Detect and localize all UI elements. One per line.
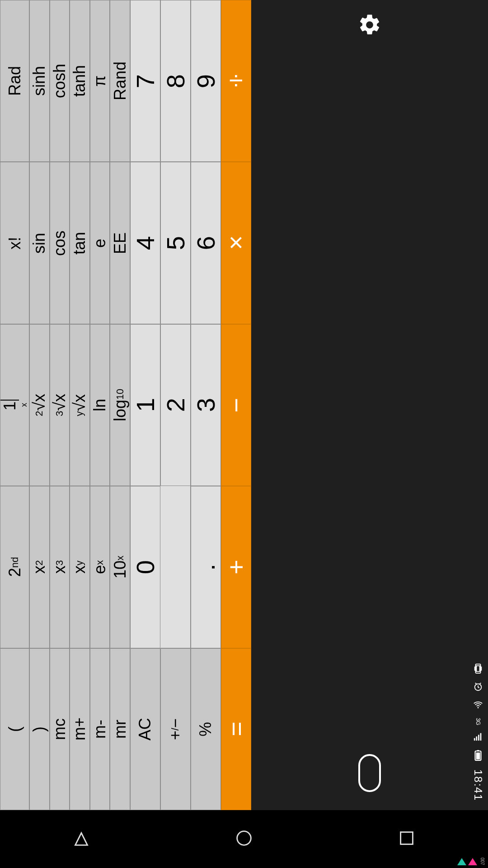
key-8[interactable]: 8 <box>160 0 191 162</box>
key-tanh[interactable]: tanh <box>70 0 90 162</box>
key-x2[interactable]: x2 <box>29 486 50 648</box>
key-dot[interactable]: . <box>191 486 221 648</box>
svg-rect-2 <box>474 738 475 741</box>
key-6[interactable]: 6 <box>191 162 221 324</box>
triangle-back-icon <box>71 842 92 850</box>
key-minus[interactable]: − <box>221 324 251 486</box>
key-equals[interactable]: = <box>221 648 251 810</box>
square-recent-icon <box>396 842 417 850</box>
circle-home-icon <box>234 842 254 850</box>
nav-back-button[interactable] <box>71 828 92 850</box>
key-second[interactable]: 2nd <box>0 486 29 648</box>
key-cos[interactable]: cos <box>50 162 70 324</box>
key-sin[interactable]: sin <box>29 162 50 324</box>
svg-point-1 <box>478 707 479 708</box>
key-0-ext[interactable] <box>160 486 191 648</box>
key-rad[interactable]: Rad <box>0 0 29 162</box>
key-multiply[interactable]: × <box>221 162 251 324</box>
watermark-text: 007下载站 <box>479 858 485 865</box>
svg-rect-5 <box>480 733 482 741</box>
svg-rect-8 <box>477 750 479 751</box>
network-label: 3G <box>475 718 481 725</box>
battery-icon <box>472 750 484 763</box>
backspace-icon <box>358 754 381 792</box>
settings-button[interactable] <box>357 13 382 39</box>
key-3[interactable]: 3 <box>191 324 221 486</box>
key-mplus[interactable]: m+ <box>70 648 90 810</box>
svg-rect-7 <box>476 752 480 759</box>
key-1[interactable]: 1 <box>130 324 160 486</box>
key-ln[interactable]: ln <box>90 324 110 486</box>
svg-marker-9 <box>75 833 88 845</box>
key-percent[interactable]: % <box>191 648 221 810</box>
key-sqrty[interactable]: y√x <box>70 324 90 486</box>
key-tan[interactable]: tan <box>70 162 90 324</box>
key-5[interactable]: 5 <box>160 162 191 324</box>
key-e[interactable]: e <box>90 162 110 324</box>
key-mr[interactable]: mr <box>110 648 130 810</box>
key-factorial[interactable]: x! <box>0 162 29 324</box>
key-paren-open[interactable]: ( <box>0 648 29 810</box>
key-x3[interactable]: x3 <box>50 486 70 648</box>
key-2[interactable]: 2 <box>160 324 191 486</box>
key-0[interactable]: 0 <box>130 486 160 648</box>
key-10x[interactable]: 10x <box>110 486 130 648</box>
alarm-icon <box>473 682 483 693</box>
svg-rect-3 <box>476 736 477 741</box>
key-sqrt3[interactable]: 3√x <box>50 324 70 486</box>
watermark: 007下载站 <box>462 858 485 865</box>
key-cosh[interactable]: cosh <box>50 0 70 162</box>
key-paren-close[interactable]: ) <box>29 648 50 810</box>
key-ex[interactable]: ex <box>90 486 110 648</box>
nav-recent-button[interactable] <box>396 828 417 850</box>
svg-rect-11 <box>401 832 413 844</box>
key-mminus[interactable]: m- <box>90 648 110 810</box>
android-nav-bar: 007下载站 <box>0 810 488 868</box>
svg-rect-4 <box>478 735 479 741</box>
key-sqrt2[interactable]: 2√x <box>29 324 50 486</box>
key-mc[interactable]: mc <box>50 648 70 810</box>
key-reciprocal[interactable]: 1x <box>0 324 29 486</box>
calculator-display: 3G 18:41 <box>251 0 488 810</box>
key-plus[interactable]: + <box>221 486 251 648</box>
key-plusminus[interactable]: +/− <box>160 648 191 810</box>
calculator-keypad: Rad x! 1x 2nd ( sinh sin 2√x x2 ) cosh c… <box>0 0 251 810</box>
key-rand[interactable]: Rand <box>110 0 130 162</box>
gear-icon <box>357 31 382 38</box>
wifi-icon <box>473 700 483 712</box>
key-ee[interactable]: EE <box>110 162 130 324</box>
signal-icon <box>473 731 483 743</box>
key-xy[interactable]: xy <box>70 486 90 648</box>
svg-point-10 <box>237 831 251 845</box>
key-9[interactable]: 9 <box>191 0 221 162</box>
key-7[interactable]: 7 <box>130 0 160 162</box>
key-log10[interactable]: log10 <box>110 324 130 486</box>
vibrate-icon <box>473 664 483 675</box>
key-ac[interactable]: AC <box>130 648 160 810</box>
key-pi[interactable]: π <box>90 0 110 162</box>
nav-home-button[interactable] <box>234 828 254 850</box>
key-4[interactable]: 4 <box>130 162 160 324</box>
key-divide[interactable]: ÷ <box>221 0 251 162</box>
key-sinh[interactable]: sinh <box>29 0 50 162</box>
status-bar: 3G 18:41 <box>472 664 484 801</box>
status-time: 18:41 <box>472 769 484 801</box>
backspace-button[interactable] <box>358 754 381 792</box>
